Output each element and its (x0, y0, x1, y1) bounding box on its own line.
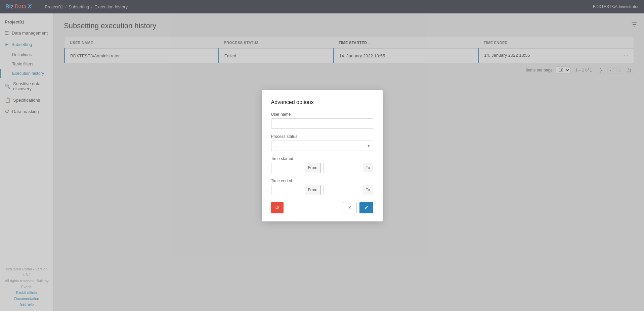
advanced-options-modal: Advanced options User name Process statu… (262, 90, 383, 221)
time-started-from-label: From (305, 163, 320, 172)
user-name-group: User name (271, 112, 373, 129)
process-status-label: Process status (271, 134, 373, 139)
time-ended-to-wrap: To (324, 185, 373, 195)
reset-button[interactable]: ↺ (271, 202, 284, 213)
time-started-to-input[interactable] (324, 163, 363, 173)
time-started-from-input[interactable] (271, 163, 305, 173)
modal-title: Advanced options (271, 99, 373, 105)
modal-right-buttons: ✕ ✔ (343, 202, 373, 213)
time-ended-to-input[interactable] (324, 185, 363, 195)
time-ended-from-label: From (305, 185, 320, 195)
time-started-to-label: To (363, 163, 373, 172)
confirm-button[interactable]: ✔ (359, 202, 373, 213)
time-started-row: From To (271, 163, 373, 173)
process-status-select-wrapper: --- Success Failed Running (271, 141, 373, 151)
time-ended-row: From To (271, 185, 373, 195)
user-name-input[interactable] (271, 118, 373, 129)
time-ended-group: Time ended From To (271, 178, 373, 195)
time-ended-to-label: To (363, 185, 373, 195)
time-started-label: Time started (271, 156, 373, 161)
user-name-label: User name (271, 112, 373, 117)
time-ended-label: Time ended (271, 178, 373, 183)
confirm-icon: ✔ (364, 205, 369, 210)
time-started-group: Time started From To (271, 156, 373, 173)
modal-overlay: Advanced options User name Process statu… (0, 0, 644, 311)
process-status-group: Process status --- Success Failed Runnin… (271, 134, 373, 151)
reset-icon: ↺ (275, 205, 280, 210)
time-ended-from-wrap: From (271, 185, 321, 195)
modal-actions: ↺ ✕ ✔ (271, 202, 373, 213)
cancel-icon: ✕ (348, 205, 352, 210)
time-started-to-wrap: To (324, 163, 373, 173)
cancel-button[interactable]: ✕ (343, 202, 357, 213)
time-started-from-wrap: From (271, 163, 321, 173)
time-ended-from-input[interactable] (271, 185, 305, 195)
process-status-select[interactable]: --- Success Failed Running (271, 141, 373, 151)
